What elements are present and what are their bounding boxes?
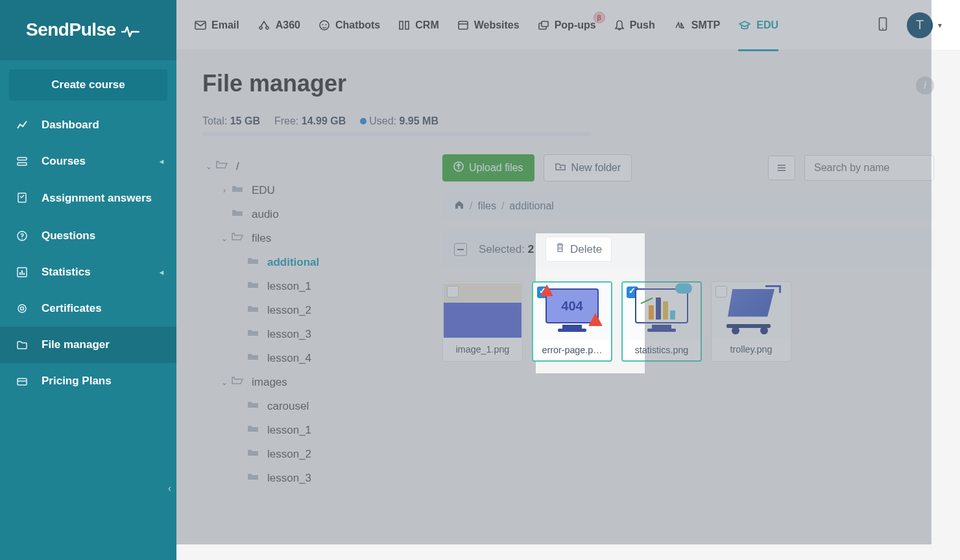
tree-node[interactable]: lesson_2	[202, 298, 423, 322]
breadcrumb-item[interactable]: additional	[509, 200, 554, 212]
tree-node-images[interactable]: ⌄ images	[202, 370, 423, 394]
tree-label: lesson_3	[267, 472, 311, 485]
button-label: New folder	[571, 162, 621, 174]
beta-badge: β	[594, 12, 605, 23]
tree-node[interactable]: lesson_1	[202, 418, 423, 442]
upload-files-button[interactable]: Upload files	[442, 154, 534, 181]
file-card[interactable]: trolley.png	[711, 281, 791, 362]
avatar[interactable]: T	[907, 12, 933, 38]
logo[interactable]: SendPulse	[0, 0, 176, 60]
topnav-edu[interactable]: EDU	[738, 19, 778, 51]
topnav-websites[interactable]: Websites	[457, 19, 520, 31]
sidebar-item-questions[interactable]: Questions	[0, 218, 176, 254]
chevron-down-icon[interactable]: ⌄	[202, 162, 215, 171]
topnav-smtp[interactable]: SMTP	[673, 19, 720, 31]
folder-icon	[246, 399, 261, 413]
view-list-button[interactable]	[768, 156, 795, 180]
chevron-right-icon[interactable]: ›	[218, 186, 231, 195]
sidebar-label: Questions	[42, 229, 95, 242]
selected-count: 2	[528, 243, 534, 255]
tree-node[interactable]: lesson_3	[202, 466, 423, 490]
selection-bar: Selected: 2 Delete	[442, 230, 934, 268]
tree-node[interactable]: carousel	[202, 394, 423, 418]
sidebar-item-dashboard[interactable]: Dashboard	[0, 107, 176, 143]
search-input[interactable]	[804, 155, 934, 181]
chatbots-icon	[318, 19, 330, 31]
storage-summary: Total: 15 GB Free: 14.99 GB Used: 9.95 M…	[202, 115, 934, 127]
a360-icon	[258, 20, 270, 30]
topnav-a360[interactable]: A360	[258, 19, 300, 31]
collapse-sidebar-icon[interactable]: ›	[168, 484, 171, 495]
sidebar-item-courses[interactable]: Courses ◂	[0, 143, 176, 180]
list-icon	[776, 163, 787, 173]
sidebar-label: Pricing Plans	[42, 375, 112, 388]
tree-node-files[interactable]: ⌄ files	[202, 226, 423, 250]
breadcrumb-sep: /	[501, 200, 504, 212]
tree-label: images	[252, 376, 287, 389]
tree-node-additional[interactable]: additional	[202, 250, 423, 274]
files-grid: image_1.png 404 error-page.p…	[442, 281, 934, 362]
file-card[interactable]: image_1.png	[442, 281, 523, 362]
info-icon[interactable]: i	[916, 76, 934, 95]
chevron-down-icon[interactable]: ⌄	[218, 378, 231, 387]
folder-open-icon	[215, 159, 230, 173]
svg-rect-13	[195, 21, 206, 29]
sidebar-item-statistics[interactable]: Statistics ◂	[0, 254, 176, 290]
sidebar-item-assignment-answers[interactable]: Assignment answers	[0, 180, 176, 218]
page-title: File manager	[202, 70, 934, 97]
sidebar-item-file-manager[interactable]: File manager	[0, 327, 176, 363]
svg-point-9	[18, 305, 26, 312]
file-card[interactable]: 404 error-page.p…	[532, 281, 612, 362]
tree-node-audio[interactable]: audio	[202, 202, 423, 226]
folder-open-icon	[231, 231, 245, 245]
new-folder-button[interactable]: New folder	[544, 154, 632, 181]
delete-button[interactable]: Delete	[546, 237, 612, 262]
topnav-crm[interactable]: CRM	[398, 19, 438, 31]
create-course-button[interactable]: Create course	[9, 69, 167, 100]
tree-node[interactable]: lesson_2	[202, 442, 423, 466]
folder-icon	[246, 303, 261, 317]
topnav-popups[interactable]: Pop-ups β	[538, 19, 596, 31]
sidebar-item-pricing-plans[interactable]: Pricing Plans	[0, 363, 176, 399]
tree-label: lesson_2	[267, 304, 311, 317]
tree-label: audio	[252, 208, 279, 221]
caret-down-icon[interactable]: ▾	[938, 21, 942, 30]
tree-node-edu[interactable]: › EDU	[202, 178, 423, 202]
mobile-icon[interactable]	[878, 17, 887, 34]
svg-rect-1	[18, 163, 27, 165]
tree-node[interactable]: lesson_1	[202, 274, 423, 298]
svg-rect-7	[21, 270, 23, 275]
tree-root[interactable]: ⌄ /	[202, 154, 423, 178]
folder-icon	[246, 255, 261, 269]
deselect-all-checkbox[interactable]	[454, 243, 467, 256]
topnav-label: CRM	[415, 19, 438, 31]
tree-label: lesson_2	[267, 448, 311, 461]
svg-point-18	[325, 24, 326, 25]
svg-rect-21	[459, 21, 468, 29]
websites-icon	[457, 20, 469, 30]
folder-icon	[246, 447, 261, 461]
tree-node[interactable]: lesson_4	[202, 346, 423, 370]
sidebar-item-certificates[interactable]: Certificates	[0, 290, 176, 327]
breadcrumb-item[interactable]: files	[477, 200, 496, 212]
topnav-push[interactable]: Push	[614, 19, 655, 31]
svg-point-4	[21, 238, 23, 239]
crm-icon	[398, 20, 410, 30]
assignment-icon	[16, 191, 29, 204]
svg-rect-19	[400, 21, 403, 29]
topnav-label: SMTP	[691, 19, 720, 31]
topnav-chatbots[interactable]: Chatbots	[318, 19, 380, 31]
tree-label: lesson_3	[267, 328, 311, 341]
svg-rect-0	[18, 158, 27, 160]
used-dot-icon	[360, 118, 366, 124]
breadcrumb: / files / additional	[442, 192, 934, 220]
chevron-down-icon[interactable]: ⌄	[218, 234, 231, 243]
topnav-email[interactable]: Email	[195, 19, 239, 31]
home-icon[interactable]	[454, 200, 464, 212]
tree-node[interactable]: lesson_3	[202, 322, 423, 346]
file-card[interactable]: statistics.png	[621, 281, 702, 362]
file-checkbox[interactable]	[447, 286, 459, 298]
used-value: 9.95 MB	[399, 115, 438, 126]
topnav-label: Chatbots	[335, 19, 380, 31]
file-name: statistics.png	[623, 340, 701, 360]
